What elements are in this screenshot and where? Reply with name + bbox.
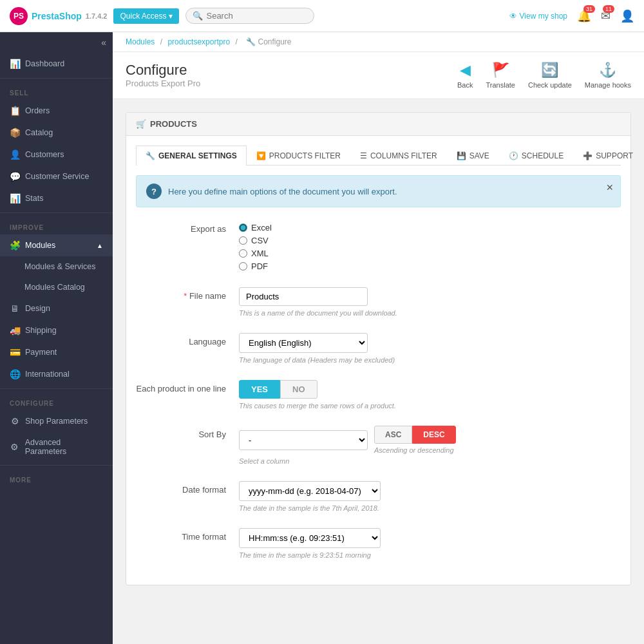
tab-columns-filter[interactable]: ☰ COLUMNS FILTER [350,146,447,166]
file-name-hint: This is a name of the document you will … [239,309,621,317]
quick-access-button[interactable]: Quick Access ▾ [113,8,179,24]
radio-xml[interactable]: XML [239,249,621,258]
plus-icon: ➕ [583,151,592,160]
radio-xml-input[interactable] [239,249,247,258]
notifications-badge: 31 [583,5,595,13]
sort-by-select[interactable]: - ID Name Price Quantity [239,430,368,450]
check-update-label: Check update [528,81,572,89]
export-as-controls: Excel CSV XML [239,220,621,271]
card-title: PRODUCTS [150,119,197,129]
sidebar-item-customer-service[interactable]: 💬 Customer Service [0,166,113,187]
anchor-icon: ⚓ [599,62,616,79]
radio-excel[interactable]: Excel [239,223,621,232]
cart-icon: 🛒 [136,119,146,129]
radio-excel-label: Excel [251,223,272,232]
translate-button[interactable]: 🚩 Translate [486,62,515,89]
customer-service-icon: 💬 [10,171,20,182]
main-content: Modules / productsexportpro / 🔧 Configur… [113,32,644,644]
sidebar-item-customers[interactable]: 👤 Customers [0,144,113,166]
sort-by-group: Sort By - ID Name Price Quantity [136,426,621,465]
info-close-button[interactable]: ✕ [606,182,614,193]
view-shop-label: View my shop [520,12,567,21]
each-product-controls: YES NO This causes to merge the same row… [239,380,621,410]
user-menu-button[interactable]: 👤 [620,9,634,23]
sort-dir-group: ASC DESC Ascending or descending [374,426,456,454]
tab-support[interactable]: ➕ SUPPORT [573,146,643,166]
dashboard-icon: 📊 [10,59,20,69]
file-name-group: File name This is a name of the document… [136,287,621,317]
toggle-no-button[interactable]: NO [280,380,317,399]
refresh-icon: 🔄 [541,62,558,79]
navbar-right: 👁 View my shop 🔔 31 ✉ 11 👤 [509,9,634,23]
search-box: 🔍 [185,8,314,24]
sidebar-item-dashboard[interactable]: 📊 Dashboard [0,53,113,75]
tab-products-filter[interactable]: 🔽 PRODUCTS FILTER [247,146,350,166]
sidebar-dashboard-label: Dashboard [25,59,64,68]
sidebar-section-sell: SELL [0,82,113,100]
time-format-group: Time format HH:mm:ss (e.g. 09:23:51) hh:… [136,528,621,559]
radio-pdf-input[interactable] [239,262,247,270]
radio-excel-input[interactable] [239,223,247,232]
catalog-icon: 📦 [10,128,20,138]
tab-schedule[interactable]: 🕐 SCHEDULE [499,146,573,166]
shop-params-icon: ⚙ [10,416,20,426]
tab-save[interactable]: 💾 SAVE [447,146,499,166]
sidebar-item-modules-services[interactable]: Modules & Services [0,256,113,277]
date-format-select[interactable]: yyyy-mm-dd (e.g. 2018-04-07) dd/mm/yyyy … [239,481,381,501]
sidebar-item-catalog[interactable]: 📦 Catalog [0,122,113,144]
sidebar-item-shipping[interactable]: 🚚 Shipping [0,319,113,341]
back-button[interactable]: ◀ Back [457,62,473,89]
language-hint: The language of data (Headers may be exc… [239,356,621,364]
radio-csv-input[interactable] [239,236,247,245]
sidebar-collapse-button[interactable]: « [0,32,113,53]
manage-hooks-button[interactable]: ⚓ Manage hooks [585,62,631,89]
eye-icon: 👁 [509,12,517,21]
time-format-select[interactable]: HH:mm:ss (e.g. 09:23:51) hh:mm:ss AM/PM [239,528,381,548]
sort-asc-button[interactable]: ASC [374,426,412,444]
products-card: 🛒 PRODUCTS 🔧 GENERAL SETTINGS 🔽 PRODUCTS… [126,112,631,585]
tab-general-settings[interactable]: 🔧 GENERAL SETTINGS [136,146,247,166]
toggle-yes-button[interactable]: YES [239,380,280,399]
messages-button[interactable]: ✉ 11 [601,9,611,23]
radio-group-export: Excel CSV XML [239,220,621,271]
page-actions: ◀ Back 🚩 Translate 🔄 Check update ⚓ Mana… [457,62,631,89]
sidebar-item-advanced-parameters[interactable]: ⚙ Advanced Parameters [0,432,113,462]
sort-desc-button[interactable]: DESC [412,426,455,444]
sidebar-item-modules-catalog[interactable]: Modules Catalog [0,277,113,298]
sidebar-item-modules[interactable]: 🧩 Modules ▲ [0,234,113,256]
tab-save-label: SAVE [469,151,489,160]
sidebar-item-payment[interactable]: 💳 Payment [0,341,113,363]
customers-icon: 👤 [10,149,20,160]
language-select[interactable]: English (English) French (Français) Span… [239,333,368,353]
notifications-button[interactable]: 🔔 31 [577,9,591,23]
sidebar-design-label: Design [25,304,50,313]
radio-pdf[interactable]: PDF [239,261,621,271]
payment-icon: 💳 [10,347,20,357]
sort-dir-buttons: ASC DESC [374,426,456,444]
radio-csv[interactable]: CSV [239,236,621,245]
logo-icon: PS [10,7,28,25]
divider-sell [0,78,113,79]
save-icon: 💾 [457,151,466,160]
translate-label: Translate [486,81,515,89]
page-header: Configure Products Export Pro ◀ Back 🚩 T… [113,52,644,99]
divider-configure [0,388,113,389]
breadcrumb-modules[interactable]: Modules [126,37,155,46]
sidebar-item-stats[interactable]: 📊 Stats [0,187,113,209]
tab-columns-filter-label: COLUMNS FILTER [370,151,437,160]
sidebar-item-shop-parameters[interactable]: ⚙ Shop Parameters [0,410,113,432]
sidebar-item-international[interactable]: 🌐 International [0,363,113,385]
search-input[interactable] [206,11,303,21]
sidebar-item-design[interactable]: 🖥 Design [0,298,113,319]
sidebar-item-orders[interactable]: 📋 Orders [0,100,113,122]
breadcrumb-productsexportpro[interactable]: productsexportpro [167,37,230,46]
card-body: 🔧 GENERAL SETTINGS 🔽 PRODUCTS FILTER ☰ C… [126,136,630,585]
check-update-button[interactable]: 🔄 Check update [528,62,572,89]
each-product-hint: This causes to merge the same rows of a … [239,402,621,410]
export-as-label: Export as [136,220,239,234]
sort-row: - ID Name Price Quantity ASC DESC [239,426,621,454]
sidebar-section-more: MORE [0,469,113,487]
file-name-input[interactable] [239,287,368,306]
view-shop-link[interactable]: 👁 View my shop [509,12,567,21]
time-format-controls: HH:mm:ss (e.g. 09:23:51) hh:mm:ss AM/PM … [239,528,621,559]
